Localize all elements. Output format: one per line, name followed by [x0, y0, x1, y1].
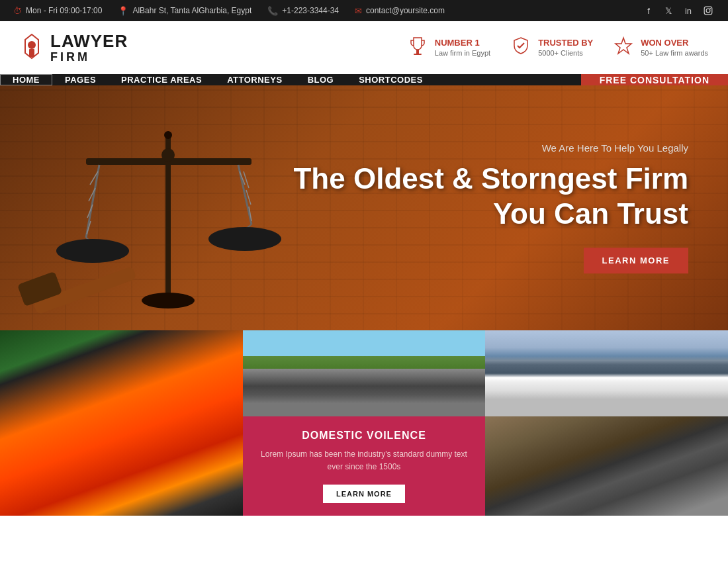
svg-rect-6	[416, 50, 419, 54]
gallery-overlay-card: DOMESTIC VOILENCE Lorem Ipsum has been t…	[243, 416, 486, 516]
phone-text: +1-223-3344-34	[282, 6, 339, 15]
svg-line-27	[244, 171, 249, 188]
svg-rect-7	[414, 54, 422, 55]
stat-trusted: TRUSTED BY 5000+ Clients	[510, 35, 593, 61]
svg-point-4	[28, 41, 36, 49]
location-icon: 📍	[118, 6, 128, 16]
svg-marker-8	[615, 38, 631, 54]
nav-shortcodes[interactable]: SHORTCODES	[346, 74, 435, 85]
instagram-icon[interactable]	[702, 4, 715, 17]
star-icon	[613, 35, 634, 61]
gallery-city-image	[485, 330, 728, 416]
address-item: 📍 AlBahr St, Tanta AlGharbia, Egypt	[118, 6, 251, 16]
hours-text: Mon - Fri 09:00-17:00	[26, 6, 102, 15]
svg-point-15	[164, 131, 172, 139]
stat-number1: NUMBER 1 Law firm in Egypt	[407, 35, 490, 61]
phone-icon: 📞	[267, 6, 278, 16]
learn-more-button[interactable]: LEARN MORE	[584, 248, 688, 273]
twitter-icon[interactable]: 𝕏	[662, 4, 675, 17]
logo-text: LAWYER FIRM	[50, 32, 128, 64]
shield-icon	[510, 35, 531, 61]
email-text: contact@yoursite.com	[366, 6, 445, 15]
logo[interactable]: LAWYER FIRM	[20, 32, 128, 64]
nav-practice-areas[interactable]: PRACTICE AREAS	[109, 74, 214, 85]
card-text: Lorem Ipsum has been the industry's stan…	[256, 448, 473, 473]
svg-point-1	[706, 9, 710, 13]
nav-home[interactable]: HOME	[0, 74, 52, 85]
hours-item: ⏱ Mon - Fri 09:00-17:00	[13, 6, 102, 16]
social-icons: f 𝕏 in	[642, 4, 715, 17]
svg-point-14	[161, 148, 175, 162]
address-text: AlBahr St, Tanta AlGharbia, Egypt	[132, 6, 251, 15]
linkedin-icon[interactable]: in	[682, 4, 695, 17]
hero-title: The Oldest & Storngest Firm You Can Trus…	[293, 162, 688, 232]
nav-pages[interactable]: PAGES	[52, 74, 109, 85]
gallery-crash-image	[243, 330, 486, 416]
navbar: HOME PAGES PRACTICE AREAS ATTORNEYS BLOG…	[0, 74, 728, 85]
stat-awards: WON OVER 50+ Law firm awards	[613, 35, 708, 61]
gallery-section: DOMESTIC VOILENCE Lorem Ipsum has been t…	[0, 330, 728, 516]
top-bar: ⏱ Mon - Fri 09:00-17:00 📍 AlBahr St, Tan…	[0, 0, 728, 21]
nav-attorneys[interactable]: ATTORNEYS	[214, 74, 295, 85]
svg-line-16	[86, 165, 99, 238]
email-item: ✉ contact@yoursite.com	[355, 6, 445, 16]
hero-section: We Are Here To Help You Legally The Olde…	[0, 85, 728, 330]
nav-blog[interactable]: BLOG	[295, 74, 347, 85]
svg-point-21	[208, 227, 281, 251]
card-learn-more-button[interactable]: LEARN MORE	[323, 485, 405, 503]
svg-point-2	[709, 8, 711, 9]
hero-content: We Are Here To Help You Legally The Olde…	[293, 143, 688, 274]
hero-subtitle: We Are Here To Help You Legally	[293, 143, 688, 154]
phone-item: 📞 +1-223-3344-34	[267, 6, 339, 16]
svg-point-18	[56, 239, 129, 263]
free-consultation-button[interactable]: FREE CONSULTATION	[581, 74, 728, 85]
hero-scales-image	[0, 85, 344, 330]
svg-rect-0	[704, 7, 712, 15]
trophy-icon	[407, 35, 428, 61]
nav-items: HOME PAGES PRACTICE AREAS ATTORNEYS BLOG…	[0, 74, 581, 85]
gallery-card-overlay: DOMESTIC VOILENCE Lorem Ipsum has been t…	[243, 416, 486, 516]
gallery-fire-image	[0, 330, 243, 516]
svg-rect-5	[29, 49, 34, 57]
logo-icon	[20, 33, 44, 63]
facebook-icon[interactable]: f	[642, 4, 655, 17]
card-title: DOMESTIC VOILENCE	[302, 430, 426, 442]
gallery-ruins-image	[485, 416, 728, 516]
email-icon: ✉	[355, 6, 362, 16]
header: LAWYER FIRM NUMBER 1 Law firm in Egypt	[0, 21, 728, 74]
svg-point-12	[142, 293, 195, 308]
clock-icon: ⏱	[13, 6, 22, 16]
header-stats: NUMBER 1 Law firm in Egypt TRUSTED BY 50…	[407, 35, 708, 61]
